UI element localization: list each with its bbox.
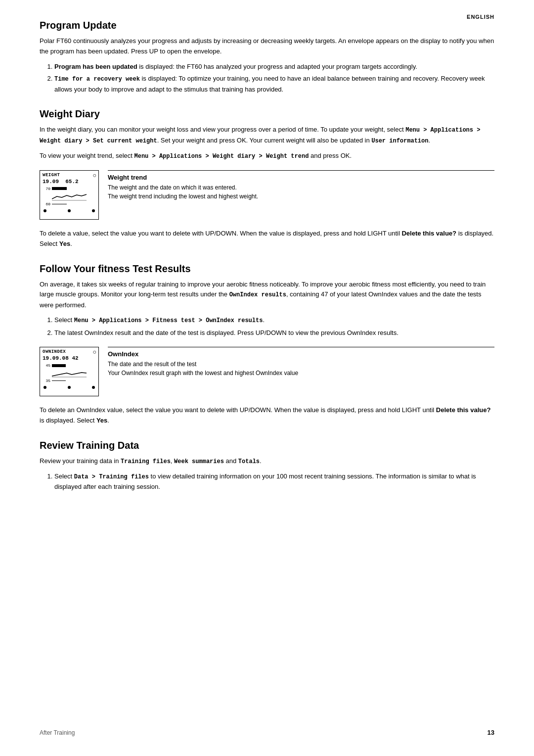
program-update-intro: Polar FT60 continuously analyzes your pr… — [40, 36, 494, 57]
language-label: ENGLISH — [467, 14, 494, 20]
dot — [92, 386, 95, 389]
device-header: WEIGHT — [43, 173, 96, 178]
user-information-ref: User information — [371, 138, 428, 144]
legend-title: Weight trend — [108, 174, 494, 181]
list-item: Select Menu > Applications > Fitness tes… — [54, 315, 494, 326]
weight-graph-svg — [52, 191, 87, 201]
legend-title: OwnIndex — [108, 350, 494, 358]
section-weight-diary: Weight Diary In the weight diary, you ca… — [40, 108, 494, 249]
device-line1: 19.09 65.2 — [43, 179, 96, 185]
list-item: The latest OwnIndex result and the date … — [54, 328, 494, 338]
legend-line-2: Your OwnIndex result graph with the lowe… — [108, 369, 494, 378]
device-header: OWNINDEX — [43, 349, 96, 354]
fitness-test-list: Select Menu > Applications > Fitness tes… — [54, 315, 494, 338]
section-title-fitness: Follow Your fitness Test Results — [40, 263, 494, 275]
device-graph: 70 60 — [43, 187, 96, 206]
list-item: Program has been updated is displayed: t… — [54, 62, 494, 72]
footer: After Training 13 — [0, 729, 534, 736]
ownindex-device-diagram: ◯ OWNINDEX 19.09.08 42 45 — [40, 347, 99, 396]
dot — [68, 386, 71, 389]
graph-bar — [52, 364, 66, 367]
device-dots — [43, 209, 96, 212]
list-item: Select Data > Training files to view det… — [54, 472, 494, 492]
graph-row: 45 — [43, 363, 96, 368]
page: ENGLISH Program Update Polar FT60 contin… — [0, 0, 534, 756]
device-icon: ◯ — [93, 349, 96, 355]
graph-label: 35 — [43, 378, 50, 383]
device-dots — [43, 386, 96, 389]
ownindex-delete-text: To delete an OwnIndex value, select the … — [40, 405, 494, 426]
ownindex-results-ref: OwnIndex results — [229, 291, 286, 298]
weight-diagram-row: ◯ WEIGHT 19.09 65.2 70 — [40, 170, 494, 220]
section-title-program-update: Program Update — [40, 20, 494, 31]
legend-line-1: The weight and the date on which it was … — [108, 183, 494, 192]
footer-section-label: After Training — [40, 729, 75, 736]
delete-prompt: Delete this value? — [436, 406, 491, 414]
list-item-bold: Program has been updated — [54, 63, 137, 70]
week-summaries-ref: Week summaries — [174, 458, 224, 465]
footer-page-number: 13 — [488, 729, 494, 736]
device-line1: 19.09.08 42 — [43, 355, 96, 361]
graph-row — [43, 368, 96, 378]
dot — [44, 386, 46, 389]
device-icon: ◯ — [93, 173, 96, 178]
weight-diary-view-intro: To view your weight trend, select Menu >… — [40, 151, 494, 161]
weight-device-diagram: ◯ WEIGHT 19.09 65.2 70 — [40, 170, 99, 220]
legend-line-1: The date and the result of the test — [108, 360, 494, 369]
graph-row: 35 — [43, 378, 96, 383]
ownindex-legend: OwnIndex The date and the result of the … — [108, 347, 494, 378]
list-item: Time for a recovery week is displayed: T… — [54, 74, 494, 94]
menu-path-training-files: Data > Training files — [74, 473, 149, 480]
section-review-training: Review Training Data Review your trainin… — [40, 440, 494, 492]
weight-legend: Weight trend The weight and the date on … — [108, 170, 494, 201]
section-title-review: Review Training Data — [40, 440, 494, 451]
dot — [92, 209, 95, 212]
graph-row: 70 — [43, 187, 96, 191]
graph-row: 60 — [43, 202, 96, 206]
section-title-weight-diary: Weight Diary — [40, 108, 494, 120]
list-item-text: is displayed: the FT60 has analyzed your… — [137, 63, 417, 70]
graph-baseline — [52, 380, 66, 381]
weight-delete-text: To delete a value, select the value you … — [40, 229, 494, 249]
ownindex-graph-svg — [52, 368, 87, 378]
section-program-update: Program Update Polar FT60 continuously a… — [40, 20, 494, 94]
select-yes: Yes — [59, 240, 70, 247]
graph-baseline — [52, 204, 67, 204]
legend-divider — [108, 170, 494, 171]
legend-line-2: The weight trend including the lowest an… — [108, 192, 494, 201]
weight-diary-intro: In the weight diary, you can monitor you… — [40, 125, 494, 145]
device-graph: 45 35 — [43, 363, 96, 383]
ownindex-diagram-row: ◯ OWNINDEX 19.09.08 42 45 — [40, 347, 494, 396]
fitness-intro: On average, it takes six weeks of regula… — [40, 280, 494, 311]
dot — [68, 209, 71, 212]
graph-label: 45 — [43, 363, 50, 368]
legend-divider — [108, 347, 494, 347]
graph-bar — [52, 187, 67, 190]
graph-row — [43, 191, 96, 201]
delete-prompt: Delete this value? — [401, 230, 456, 237]
dot — [44, 209, 46, 212]
section-fitness-test: Follow Your fitness Test Results On aver… — [40, 263, 494, 426]
review-intro: Review your training data in Training fi… — [40, 456, 494, 467]
graph-label: 70 — [43, 187, 50, 191]
list-item-bold: Time for a recovery week — [54, 76, 140, 83]
menu-path-weight-trend: Menu > Applications > Weight diary > Wei… — [134, 153, 309, 160]
menu-path-fitness: Menu > Applications > Fitness test > Own… — [74, 317, 263, 324]
totals-ref: Totals — [238, 458, 260, 465]
program-update-list: Program has been updated is displayed: t… — [54, 62, 494, 95]
review-training-list: Select Data > Training files to view det… — [54, 472, 494, 492]
select-yes: Yes — [96, 417, 107, 424]
graph-label: 60 — [43, 202, 50, 206]
training-files-ref: Training files — [121, 458, 171, 465]
